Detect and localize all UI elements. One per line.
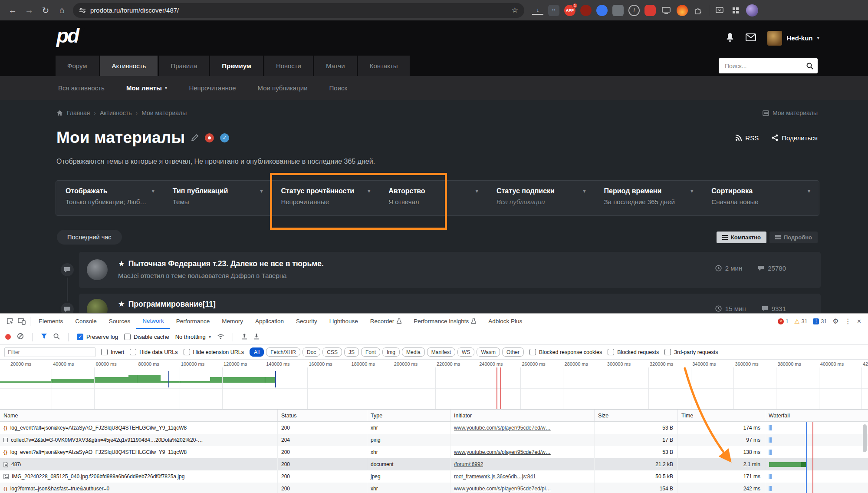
throttling-dropdown[interactable]: No throttling ▾ [175,334,211,340]
tab-search-icon[interactable] [714,5,725,16]
blocked-requests-checkbox[interactable]: Blocked requests [608,349,659,355]
nav-tab-matches[interactable]: Матчи [314,56,357,76]
checkbox-icon[interactable] [608,349,614,355]
extension-red-icon[interactable] [580,5,592,16]
breadcrumb-activity[interactable]: Активность [100,109,132,116]
chip-media[interactable]: Media [402,347,425,357]
checkbox-icon[interactable] [529,349,536,355]
clear-network-log-button[interactable] [17,333,24,341]
preserve-log-checkbox[interactable]: ✓ Preserve log [77,334,118,340]
blocked-response-cookies-checkbox[interactable]: Blocked response cookies [529,349,602,355]
forum-search-input[interactable] [725,63,806,69]
column-header-type[interactable]: Type [367,410,450,421]
devtools-menu-kebab-icon[interactable]: ⋮ [845,317,852,325]
hide-data-urls-checkbox[interactable]: Hide data URLs [130,349,178,355]
inspect-element-icon[interactable] [3,316,16,327]
rss-link[interactable]: RSS [735,134,759,142]
subnav-unread[interactable]: Непрочитанное [189,84,236,92]
user-menu[interactable]: Hed-kun ▾ [767,31,819,46]
table-row[interactable]: { }log_event?alt=json&key=AIzaSyAO_FJ2Sl… [0,446,868,458]
disable-cache-checkbox[interactable]: Disable cache [124,334,169,340]
puzzle-extensions-icon[interactable] [693,5,704,16]
compact-view-button[interactable]: Компактно [717,232,766,243]
nav-tab-rules[interactable]: Правила [159,56,209,76]
filter-sort[interactable]: Сортировка▾ Сначала новые [702,181,819,215]
user-avatar[interactable] [767,31,782,46]
subnav-all-activity[interactable]: Вся активность [58,84,105,92]
red-status-icon[interactable] [205,133,214,142]
export-har-icon[interactable] [253,333,260,341]
downloads-icon[interactable]: ↓ [532,6,543,15]
table-row[interactable]: collect?v=2&tid=G-0VK0MV3XV3&gtm=45je42q… [0,434,868,446]
chip-font[interactable]: Font [361,347,380,357]
chip-fetch-xhr[interactable]: Fetch/XHR [266,347,300,357]
column-header-waterfall[interactable]: Waterfall [765,410,868,421]
console-error-count[interactable]: × 1 [778,318,789,324]
tab-adblock-plus[interactable]: Adblock Plus [482,314,528,329]
table-row[interactable]: IMG_20240228_085125_040.jpg.f206bfd989a6… [0,470,868,483]
devtools-settings-gear-icon[interactable]: ⚙ [832,317,838,325]
flame-icon[interactable] [677,5,688,16]
verified-check-icon[interactable]: ✓ [220,133,229,142]
extension-info-icon[interactable]: i [628,5,640,16]
network-search-icon[interactable] [53,333,60,341]
third-party-requests-checkbox[interactable]: 3rd-party requests [664,349,718,355]
column-header-initiator[interactable]: Initiator [450,410,595,421]
nav-tab-contacts[interactable]: Контакты [358,56,410,76]
messages-envelope-icon[interactable] [746,33,756,43]
share-link[interactable]: Поделиться [772,134,818,142]
subnav-search[interactable]: Поиск [329,84,348,92]
nav-tab-premium[interactable]: Премиум [210,56,263,76]
network-conditions-icon[interactable] [217,333,224,341]
nav-tab-news[interactable]: Новости [264,56,313,76]
subnav-my-streams[interactable]: Мои ленты▾ [126,84,167,92]
tab-console[interactable]: Console [69,314,103,329]
network-filter-input[interactable] [4,347,95,357]
tab-performance[interactable]: Performance [170,314,216,329]
address-bar[interactable]: prodota.ru/forum/discover/487/ ☆ [73,3,524,18]
initiator-link[interactable]: www.youtube.com/s/player/95cde7ed/pl… [454,486,551,492]
console-warning-count[interactable]: ⚠ 31 [794,318,807,325]
chip-doc[interactable]: Doc [302,347,320,357]
filter-follow-status[interactable]: Статус подписки▾ Все публикации [487,181,595,215]
chip-img[interactable]: Img [382,347,400,357]
tab-network[interactable]: Network [136,314,170,329]
checkbox-icon[interactable] [101,349,108,355]
nav-tab-activity[interactable]: Активность [100,56,158,76]
tab-grid-icon[interactable] [730,5,741,16]
site-logo[interactable]: pd [56,26,78,46]
column-header-size[interactable]: Size [595,410,678,421]
initiator-link[interactable]: /forum/:6992 [454,461,483,467]
breadcrumb-right-label[interactable]: Мои материалы [763,109,818,116]
adblock-icon[interactable] [644,5,656,16]
chip-manifest[interactable]: Manifest [427,347,455,357]
forward-button[interactable]: → [23,5,35,15]
column-header-time[interactable]: Time [678,410,765,421]
avatar[interactable] [87,259,108,280]
filter-time-period[interactable]: Период времени▾ За последние 365 дней [595,181,702,215]
checkbox-icon[interactable] [664,349,671,355]
checkbox-icon[interactable] [184,349,190,355]
record-network-log-button[interactable] [5,334,11,340]
filter-content-type[interactable]: Тип публикаций▾ Темы [163,181,272,215]
hide-extension-urls-checkbox[interactable]: Hide extension URLs [184,349,244,355]
forum-search-box[interactable] [719,58,818,73]
devtools-close-icon[interactable]: × [857,318,861,325]
breadcrumb-home[interactable]: Главная [67,109,90,116]
tab-elements[interactable]: Elements [33,314,69,329]
stream-item[interactable]: ★ Пыточная Федерация т.23. Далеко не все… [79,252,821,288]
stream-item[interactable]: ★ Программирование[11] 15 мин 9331 [79,294,821,313]
browser-profile-avatar[interactable] [746,4,758,17]
tab-security[interactable]: Security [290,314,323,329]
tab-sources[interactable]: Sources [103,314,137,329]
timeline-overview[interactable]: 20000 ms40000 ms60000 ms80000 ms100000 m… [0,360,868,410]
reload-button[interactable]: ↻ [40,5,51,16]
scrollbar-thumb[interactable] [863,424,867,452]
checkbox-icon[interactable] [124,334,131,340]
chip-ws[interactable]: WS [457,347,474,357]
filter-read-status[interactable]: Статус прочтённости▾ Непрочитанные [271,181,379,215]
notifications-bell-icon[interactable] [726,33,734,44]
column-header-status[interactable]: Status [278,410,367,421]
initiator-link[interactable]: www.youtube.com/s/player/95cde7ed/w… [454,449,551,455]
back-button[interactable]: ← [7,5,18,15]
